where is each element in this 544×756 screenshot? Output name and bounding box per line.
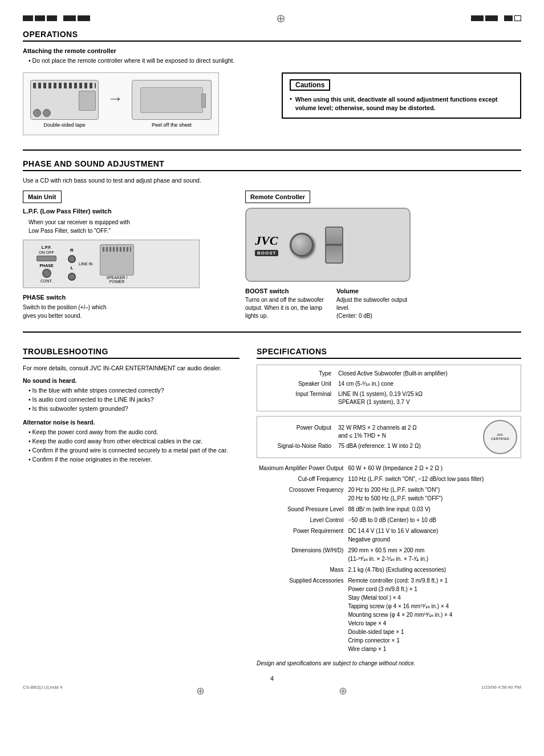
line-in-hw-label: LINE IN <box>79 262 93 266</box>
cautions-content: • When using this unit, deactivate all s… <box>290 95 513 112</box>
specs-label-power-req: Power Requirement <box>257 525 346 545</box>
specs-row-snr: Signal-to-Noise Ratio 75 dBA (reference:… <box>261 441 474 451</box>
operations-diagram: Double-sided tape → Peel off the sheet C… <box>23 72 521 135</box>
r-knob <box>68 255 76 263</box>
trouble-bullet-1-1: Keep the audio cord away from other elec… <box>29 437 239 446</box>
specs-label-input: Input Terminal <box>261 389 335 407</box>
speaker-stripes <box>103 247 131 252</box>
trouble-intro: For more details, consult JVC IN-CAR ENT… <box>23 365 239 371</box>
top-dec-right <box>471 15 521 21</box>
specs-value-input: LINE IN (1 system), 0.19 V/25 kΩ SPEAKER… <box>335 389 517 407</box>
phase-columns: Main Unit L.P.F. (Low Pass Filter) switc… <box>23 191 521 320</box>
phase-hw-label: PHASE <box>39 264 53 268</box>
specs-logo-circle: JVCCERTIFIED <box>483 420 517 454</box>
diagram-left: Double-sided tape → Peel off the sheet <box>23 72 219 135</box>
trouble-bullet-0-1: Is audio cord connected to the LINE IN j… <box>29 395 239 405</box>
phase-switch-note: Switch to the position (+/–) whichgives … <box>23 303 234 320</box>
troubleshooting-col: TROUBLESHOOTING For more details, consul… <box>23 347 239 666</box>
logo-text: JVCCERTIFIED <box>491 433 509 441</box>
dec-rect2 <box>35 15 45 21</box>
specs-value-power: 32 W RMS × 2 channels at 2 Ω and ≤ 1% TH… <box>335 423 474 441</box>
specs-middle-box: Power Output 32 W RMS × 2 channels at 2 … <box>257 416 521 458</box>
specs-label-speaker: Speaker Unit <box>261 379 335 389</box>
specs-value-cutoff: 110 Hz (L.P.F. switch "ON", −12 dB/oct l… <box>346 474 521 484</box>
specs-label-dims: Dimensions (W/H/D) <box>257 545 346 564</box>
trouble-bullet-1-0: Keep the power cord away from the audio … <box>29 428 239 437</box>
specs-value-crossover: 20 Hz to 200 Hz (L.P.F. switch "ON") 20 … <box>346 484 521 504</box>
dec-rect7 <box>485 15 498 21</box>
boost-switch-note: Turns on and off the subwooferoutput. Wh… <box>245 296 331 320</box>
troubleshooting-title: TROUBLESHOOTING <box>23 347 239 359</box>
diagram-label1: Double-sided tape <box>43 122 85 128</box>
cautions-text: When using this unit, deactivate all sou… <box>295 95 513 112</box>
r-label-hw: R <box>70 248 74 253</box>
dec-rect8 <box>504 15 513 21</box>
l-label-hw: L <box>71 265 74 270</box>
attaching-note: Do not place the remote controller where… <box>29 57 521 64</box>
dec-rect5 <box>78 15 90 21</box>
specs-value-power-req: DC 14.4 V (11 V to 16 V allowance) Negat… <box>346 525 521 545</box>
specs-value-speaker: 14 cm (5-⁵⁄₁₆ in.) cone <box>335 379 517 389</box>
lpf-note: When your car receiver is equipped withL… <box>29 218 234 235</box>
bottom-crosshair-right: ⊕ <box>339 685 347 697</box>
specs-row-input: Input Terminal LINE IN (1 system), 0.19 … <box>261 389 517 407</box>
top-decorative: ⊕ <box>23 11 521 25</box>
speaker-block <box>100 244 134 276</box>
section-divider2 <box>23 331 521 333</box>
specs-row-speaker: Speaker Unit 14 cm (5-⁵⁄₁₆ in.) cone <box>261 379 517 389</box>
attaching-title: Attaching the remote controller <box>23 47 521 54</box>
tape-knob2 <box>43 109 51 117</box>
tape-device <box>30 80 99 120</box>
on-label: ON <box>39 250 45 254</box>
specs-row-mass: Mass 2.1 kg (4.7lbs) (Excluding accessor… <box>257 564 521 575</box>
lpf-switch-area: L.P.F. ON OFF PHASE CONT. <box>28 245 65 283</box>
specs-label-level: Level Control <box>257 515 346 525</box>
specs-upper-box: Type Closed Active Subwoofer (Built-in a… <box>257 365 521 411</box>
unit-hardware-diagram: L.P.F. ON OFF PHASE CONT. R L <box>23 240 200 288</box>
dec-rect1 <box>23 15 33 21</box>
specs-value-spl: 88 dB/ m (with line input: 0.03 V) <box>346 504 521 515</box>
bottom-right-text: 1/23/06 4:56:40 PM <box>481 685 521 697</box>
specs-row-crossover: Crossover Frequency 20 Hz to 200 Hz (L.P… <box>257 484 521 504</box>
l-knob <box>68 273 76 281</box>
specs-row-power-req: Power Requirement DC 14.4 V (11 V to 16 … <box>257 525 521 545</box>
speaker-power-label: SPEAKER / POWER <box>99 276 136 284</box>
trouble-bullet-0-0: Is the blue with white stripes connected… <box>29 386 239 395</box>
specs-label-snr: Signal-to-Noise Ratio <box>261 441 335 451</box>
operations-title: OPERATIONS <box>23 30 521 42</box>
cont-label: CONT. <box>40 279 52 283</box>
boost-switch-title: BOOST switch <box>245 288 331 294</box>
specs-value-snr: 75 dBA (reference: 1 W into 2 Ω) <box>335 441 474 451</box>
specifications-col: SPECIFICATIONS Type Closed Active Subwoo… <box>257 347 521 666</box>
bottom-marks: CS-BB2[J,U].indd 4 ⊕ ⊕ 1/23/06 4:56:40 P… <box>23 685 521 697</box>
boost-label-section: BOOST switch Turns on and off the subwoo… <box>245 288 331 320</box>
specs-label-crossover: Crossover Frequency <box>257 484 346 504</box>
volume-label-section: Volume Adjust the subwoofer output level… <box>336 288 411 320</box>
specs-label-maxamp: Maximum Amplifier Power Output <box>257 463 346 474</box>
phase-title: PHASE AND SOUND ADJUSTMENT <box>23 159 521 171</box>
remote-column: Remote Controller JVC BOOST BOOST switc <box>245 191 521 320</box>
speaker-block-area: SPEAKER / POWER <box>99 244 136 284</box>
trouble-bullet-1-2: Confirm if the ground wire is connected … <box>29 446 239 455</box>
specs-row-spl: Sound Pressure Level 88 dB/ m (with line… <box>257 504 521 515</box>
specs-lower: Maximum Amplifier Power Output 60 W + 60… <box>257 463 521 654</box>
page-number: 4 <box>23 675 521 682</box>
bottom-crosshair-left: ⊕ <box>196 685 205 697</box>
specs-row-level: Level Control −50 dB to 0 dB (Center) to… <box>257 515 521 525</box>
dec-rect4 <box>63 15 76 21</box>
specs-value-maxamp: 60 W + 60 W (Impedance 2 Ω + 2 Ω ) <box>346 463 521 474</box>
specs-row-maxamp: Maximum Amplifier Power Output 60 W + 60… <box>257 463 521 474</box>
tape-knob1 <box>33 109 41 117</box>
trouble-bullet-1-3: Confirm if the noise originates in the r… <box>29 455 239 464</box>
remote-diagram: JVC BOOST <box>245 208 411 282</box>
specs-label-accessories: Supplied Accessories <box>257 575 346 654</box>
phase-knob <box>42 269 51 278</box>
section-divider1 <box>23 149 521 151</box>
specs-label-cutoff: Cut-off Frequency <box>257 474 346 484</box>
specs-value-dims: 290 mm × 60.5 mm × 200 mm (11-¹³⁄₁₆ in. … <box>346 545 521 564</box>
specs-lower-table: Maximum Amplifier Power Output 60 W + 60… <box>257 463 521 654</box>
off-label: OFF <box>46 250 54 254</box>
tape-bottom-details <box>33 109 51 117</box>
specs-row-dims: Dimensions (W/H/D) 290 mm × 60.5 mm × 20… <box>257 545 521 564</box>
design-note: Design and specifications are subject to… <box>257 660 521 666</box>
